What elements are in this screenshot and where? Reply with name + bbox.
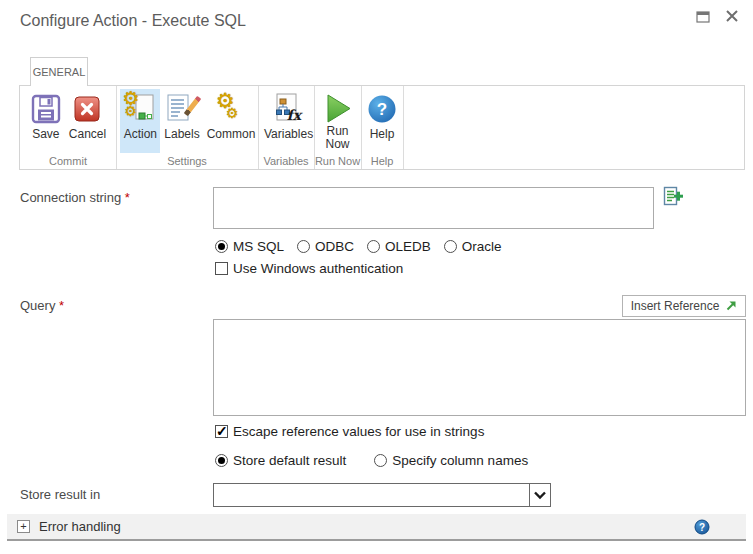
error-handling-section[interactable]: + Error handling ? bbox=[7, 514, 746, 541]
group-label-commit: Commit bbox=[20, 155, 116, 167]
store-result-label: Store result in bbox=[20, 487, 100, 502]
cancel-icon bbox=[73, 91, 101, 127]
group-label-help: Help bbox=[361, 155, 403, 167]
labels-button-label: Labels bbox=[164, 128, 199, 141]
insert-reference-arrow-icon bbox=[725, 300, 737, 312]
result-mode-radio-group: Store default result Specify column name… bbox=[215, 453, 528, 468]
svg-text:?: ? bbox=[377, 100, 387, 119]
error-help-icon[interactable]: ? bbox=[694, 519, 710, 535]
common-icon: ⚙ ⚙ bbox=[212, 91, 246, 127]
ribbon-group-run-now: Run Now bbox=[314, 89, 361, 153]
specify-column-names-label: Specify column names bbox=[392, 453, 528, 468]
escape-checkbox[interactable]: Escape reference values for use in strin… bbox=[215, 424, 484, 439]
connection-string-input[interactable] bbox=[213, 187, 654, 229]
radio-circle bbox=[215, 454, 228, 467]
group-label-run-now: Run Now bbox=[314, 155, 361, 167]
run-now-icon bbox=[323, 91, 353, 124]
save-button[interactable]: Save bbox=[27, 89, 65, 153]
query-label-text: Query bbox=[20, 298, 55, 313]
checkbox-box bbox=[215, 425, 228, 438]
group-divider bbox=[403, 86, 404, 169]
connection-string-label-text: Connection string bbox=[20, 190, 121, 205]
labels-icon bbox=[165, 91, 199, 127]
variables-button-label: Variables bbox=[264, 128, 308, 141]
action-icon: ⚙ ⚙ bbox=[123, 91, 157, 127]
required-marker: * bbox=[125, 190, 130, 205]
ribbon-group-help: ? Help bbox=[361, 89, 403, 153]
ribbon-group-settings: ⚙ ⚙ Action Labels bbox=[116, 89, 258, 153]
radio-oledb-label: OLEDB bbox=[385, 239, 431, 254]
radio-circle bbox=[444, 240, 457, 253]
fx-glyph: fx bbox=[287, 107, 301, 123]
help-icon: ? bbox=[367, 91, 397, 127]
save-button-label: Save bbox=[32, 128, 59, 141]
variables-button[interactable]: fx Variables bbox=[261, 89, 311, 153]
store-result-dropdown[interactable] bbox=[213, 483, 551, 507]
escape-row: Escape reference values for use in strin… bbox=[215, 424, 484, 439]
radio-ms-sql[interactable]: MS SQL bbox=[215, 239, 284, 254]
radio-circle bbox=[374, 454, 387, 467]
radio-specify-column-names[interactable]: Specify column names bbox=[374, 453, 528, 468]
radio-store-default-result[interactable]: Store default result bbox=[215, 453, 346, 468]
store-default-result-label: Store default result bbox=[233, 453, 346, 468]
connection-string-label: Connection string * bbox=[20, 190, 130, 205]
radio-ms-sql-label: MS SQL bbox=[233, 239, 284, 254]
ribbon-group-commit: Save Cancel bbox=[20, 89, 116, 153]
windows-auth-checkbox[interactable]: Use Windows authentication bbox=[215, 261, 403, 276]
radio-oledb[interactable]: OLEDB bbox=[367, 239, 431, 254]
insert-reference-button[interactable]: Insert Reference bbox=[622, 295, 746, 317]
ribbon: Save Cancel Commit bbox=[19, 85, 745, 170]
windows-auth-row: Use Windows authentication bbox=[215, 261, 403, 276]
run-now-button[interactable]: Run Now bbox=[319, 89, 357, 153]
tab-general[interactable]: GENERAL bbox=[30, 57, 88, 86]
gear-glyph: ⚙ bbox=[226, 106, 239, 120]
gear-glyph: ⚙ bbox=[124, 104, 137, 118]
ribbon-group-variables: fx Variables bbox=[258, 89, 314, 153]
escape-label: Escape reference values for use in strin… bbox=[233, 424, 484, 439]
error-handling-label: Error handling bbox=[39, 519, 121, 534]
radio-circle bbox=[215, 240, 228, 253]
radio-circle bbox=[367, 240, 380, 253]
query-label: Query * bbox=[20, 298, 64, 313]
radio-oracle[interactable]: Oracle bbox=[444, 239, 502, 254]
action-button[interactable]: ⚙ ⚙ Action bbox=[120, 89, 160, 153]
common-button[interactable]: ⚙ ⚙ Common bbox=[204, 89, 254, 153]
radio-oracle-label: Oracle bbox=[462, 239, 502, 254]
group-label-variables: Variables bbox=[258, 155, 314, 167]
windows-auth-label: Use Windows authentication bbox=[233, 261, 403, 276]
dialog-title: Configure Action - Execute SQL bbox=[20, 12, 246, 30]
maximize-icon[interactable] bbox=[696, 10, 711, 23]
cancel-button[interactable]: Cancel bbox=[66, 89, 109, 153]
configure-action-dialog: Configure Action - Execute SQL GENERAL bbox=[0, 0, 753, 554]
svg-text:?: ? bbox=[699, 521, 705, 532]
required-marker: * bbox=[59, 298, 64, 313]
close-icon[interactable] bbox=[725, 9, 740, 24]
help-button-label: Help bbox=[370, 128, 395, 141]
checkbox-box bbox=[215, 262, 228, 275]
variables-icon: fx bbox=[270, 91, 302, 127]
store-result-dropdown-value bbox=[214, 484, 529, 506]
add-reference-icon[interactable] bbox=[661, 185, 685, 209]
insert-reference-label: Insert Reference bbox=[631, 299, 720, 313]
radio-odbc[interactable]: ODBC bbox=[297, 239, 354, 254]
radio-circle bbox=[297, 240, 310, 253]
action-button-label: Action bbox=[124, 128, 157, 141]
tab-general-label: GENERAL bbox=[33, 66, 86, 78]
group-label-settings: Settings bbox=[116, 155, 258, 167]
chevron-down-icon bbox=[529, 484, 550, 506]
help-button[interactable]: ? Help bbox=[364, 89, 400, 153]
labels-button[interactable]: Labels bbox=[161, 89, 202, 153]
db-type-radio-group: MS SQL ODBC OLEDB Oracle bbox=[215, 239, 502, 254]
expand-plus-icon[interactable]: + bbox=[17, 520, 30, 533]
cancel-button-label: Cancel bbox=[69, 128, 106, 141]
radio-odbc-label: ODBC bbox=[315, 239, 354, 254]
common-button-label: Common bbox=[207, 128, 251, 141]
query-input[interactable] bbox=[213, 319, 746, 416]
save-icon bbox=[31, 91, 61, 127]
run-now-button-label: Run Now bbox=[322, 125, 354, 151]
